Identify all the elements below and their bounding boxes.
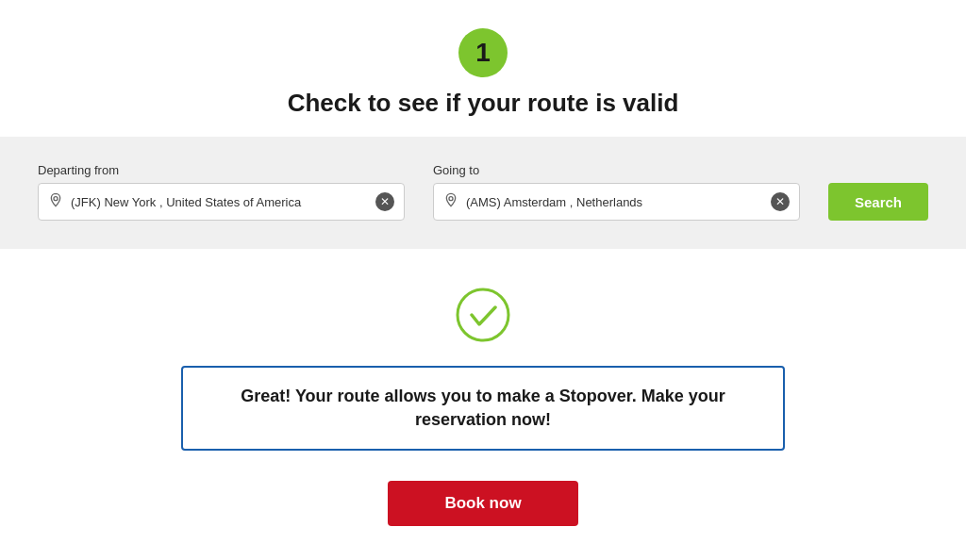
- departing-field-group: Departing from (JFK) New York , United S…: [38, 163, 405, 221]
- search-btn-wrapper: Search: [828, 183, 928, 221]
- checkmark-icon: [455, 287, 511, 343]
- step-header: 1 Check to see if your route is valid: [0, 0, 966, 137]
- search-button[interactable]: Search: [828, 183, 928, 221]
- departing-input-wrapper[interactable]: (JFK) New York , United States of Americ…: [38, 183, 405, 221]
- page-title: Check to see if your route is valid: [19, 89, 947, 118]
- search-panel: Departing from (JFK) New York , United S…: [0, 137, 966, 249]
- departing-location-icon: [48, 192, 63, 211]
- going-clear-button[interactable]: ✕: [771, 192, 790, 211]
- step-number: 1: [475, 38, 491, 68]
- departing-label: Departing from: [38, 163, 405, 177]
- departing-clear-button[interactable]: ✕: [375, 192, 394, 211]
- going-field-group: Going to (AMS) Amsterdam , Netherlands ✕: [433, 163, 800, 221]
- going-input-wrapper[interactable]: (AMS) Amsterdam , Netherlands ✕: [433, 183, 800, 221]
- svg-point-1: [449, 197, 453, 201]
- success-message-text: Great! Your route allows you to make a S…: [221, 385, 745, 432]
- departing-value: (JFK) New York , United States of Americ…: [71, 195, 368, 209]
- step-badge: 1: [458, 28, 508, 77]
- svg-point-0: [54, 197, 58, 201]
- going-label: Going to: [433, 163, 800, 177]
- check-icon-wrapper: [455, 287, 511, 343]
- page-wrapper: 1 Check to see if your route is valid De…: [0, 0, 966, 560]
- svg-point-2: [458, 289, 508, 340]
- success-message-box: Great! Your route allows you to make a S…: [181, 366, 785, 451]
- going-location-icon: [443, 192, 458, 211]
- going-value: (AMS) Amsterdam , Netherlands: [466, 195, 763, 209]
- result-section: Great! Your route allows you to make a S…: [0, 249, 966, 560]
- search-fields-row: Departing from (JFK) New York , United S…: [38, 163, 928, 221]
- book-now-button[interactable]: Book now: [388, 481, 577, 526]
